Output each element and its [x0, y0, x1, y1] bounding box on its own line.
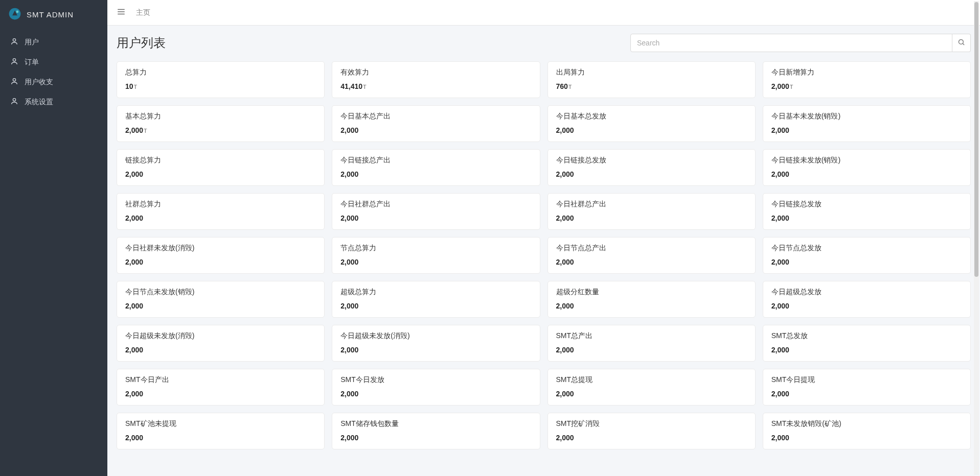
stat-card: 今日社群总产出2,000 [332, 193, 540, 230]
breadcrumb[interactable]: 主页 [136, 8, 150, 17]
stat-card: SMT今日产出2,000 [117, 369, 325, 406]
svg-point-4 [13, 79, 15, 81]
svg-point-5 [13, 99, 15, 101]
stat-value: 2,000T [771, 82, 962, 90]
stat-value: 2,000 [771, 214, 962, 222]
stat-card: 今日节点总产出2,000 [548, 237, 756, 274]
svg-point-9 [959, 40, 964, 44]
sidebar-item-label: 用户收支 [25, 78, 53, 87]
stat-value: 2,000 [125, 302, 316, 310]
stat-value: 2,000 [125, 214, 316, 222]
stat-label: 超级分红数量 [556, 288, 747, 297]
search-button[interactable] [952, 34, 971, 52]
stat-card: 今日链接总发放2,000 [548, 149, 756, 186]
stat-label: 今日基本未发放(销毁) [771, 112, 962, 121]
stat-label: 今日链接总发放 [771, 200, 962, 209]
stat-card: 今日超级未发放(消毁)2,000 [117, 325, 325, 362]
stat-value: 2,000 [125, 170, 316, 178]
sidebar: SMT ADMIN 用户订单用户收支系统设置 [0, 0, 107, 476]
search-icon [958, 38, 965, 47]
scrollbar-thumb[interactable] [974, 2, 978, 277]
stat-label: SMT总产出 [556, 331, 747, 341]
sidebar-item-3[interactable]: 系统设置 [0, 92, 107, 112]
stat-label: 今日链接总发放 [556, 156, 747, 165]
stat-card: 社群总算力2,000 [117, 193, 325, 230]
brand: SMT ADMIN [0, 0, 107, 29]
stat-value: 2,000 [125, 258, 316, 266]
stat-card: 有效算力41,410T [332, 61, 540, 98]
stat-label: SMT今日产出 [125, 375, 316, 385]
svg-point-1 [16, 11, 18, 13]
page-title: 用户列表 [117, 35, 166, 51]
stat-label: 出局算力 [556, 68, 747, 77]
stat-card: 总算力10T [117, 61, 325, 98]
user-icon [10, 77, 18, 87]
stat-card: 今日社群总产出2,000 [548, 193, 756, 230]
stat-value: 2,000T [125, 126, 316, 134]
user-icon [10, 57, 18, 67]
stat-label: SMT总发放 [771, 331, 962, 341]
stat-label: 今日基本总产出 [340, 112, 531, 121]
sidebar-item-0[interactable]: 用户 [0, 32, 107, 52]
stat-label: 超级总算力 [340, 288, 531, 297]
stat-value: 10T [125, 82, 316, 90]
stat-label: 今日超级未发放(消毁) [340, 331, 531, 341]
stat-value: 2,000 [771, 434, 962, 442]
stat-card: 今日社群未发放(消毁)2,000 [117, 237, 325, 274]
stat-label: 今日节点未发放(销毁) [125, 288, 316, 297]
stat-label: 节点总算力 [340, 244, 531, 253]
stat-label: 今日社群总产出 [340, 200, 531, 209]
stat-label: 今日链接未发放(销毁) [771, 156, 962, 165]
stat-value: 2,000 [556, 434, 747, 442]
stat-card: 基本总算力2,000T [117, 105, 325, 142]
sidebar-item-2[interactable]: 用户收支 [0, 72, 107, 92]
stat-label: 今日节点总产出 [556, 244, 747, 253]
stat-card: SMT矿池未提现2,000 [117, 413, 325, 449]
stat-card: 今日节点未发放(销毁)2,000 [117, 281, 325, 318]
stat-card: 超级总算力2,000 [332, 281, 540, 318]
stat-label: SMT未发放销毁(矿池) [771, 419, 962, 429]
stat-value: 2,000 [771, 258, 962, 266]
stat-card: SMT今日发放2,000 [332, 369, 540, 406]
user-icon [10, 97, 18, 107]
stat-label: SMT今日提现 [771, 375, 962, 385]
stat-label: SMT挖矿消毁 [556, 419, 747, 429]
svg-point-2 [13, 39, 15, 41]
search [630, 34, 971, 52]
sidebar-item-1[interactable]: 订单 [0, 52, 107, 72]
stat-value: 2,000 [340, 346, 531, 354]
search-input[interactable] [630, 34, 952, 52]
stat-card: SMT未发放销毁(矿池)2,000 [763, 413, 971, 449]
stat-value: 2,000 [125, 390, 316, 398]
user-icon [10, 37, 18, 47]
stat-value: 2,000 [125, 434, 316, 442]
stat-value: 2,000 [771, 126, 962, 134]
stat-card: 今日链接总产出2,000 [332, 149, 540, 186]
stat-label: 今日超级总发放 [771, 288, 962, 297]
stat-label: SMT总提现 [556, 375, 747, 385]
svg-point-3 [13, 59, 15, 61]
stat-value: 2,000 [340, 258, 531, 266]
stat-value: 2,000 [556, 170, 747, 178]
stat-value: 2,000 [556, 302, 747, 310]
stat-label: 今日超级未发放(消毁) [125, 331, 316, 341]
stat-value: 2,000 [771, 390, 962, 398]
topbar: 主页 [107, 0, 980, 26]
stat-card: 今日节点总发放2,000 [763, 237, 971, 274]
scrollbar-vertical[interactable] [974, 1, 979, 475]
stat-label: 基本总算力 [125, 112, 316, 121]
stat-value: 2,000 [340, 126, 531, 134]
menu-toggle-button[interactable] [117, 7, 126, 18]
stat-label: 总算力 [125, 68, 316, 77]
stat-label: 有效算力 [340, 68, 531, 77]
stat-value: 2,000 [556, 258, 747, 266]
stat-label: 链接总算力 [125, 156, 316, 165]
stat-value: 2,000 [340, 170, 531, 178]
stat-card: 今日超级总发放2,000 [763, 281, 971, 318]
stat-label: SMT矿池未提现 [125, 419, 316, 429]
stat-card: 今日基本总发放2,000 [548, 105, 756, 142]
stat-label: 今日节点总发放 [771, 244, 962, 253]
sidebar-item-label: 用户 [25, 38, 39, 47]
stat-card: SMT总提现2,000 [548, 369, 756, 406]
stat-label: 今日社群总产出 [556, 200, 747, 209]
